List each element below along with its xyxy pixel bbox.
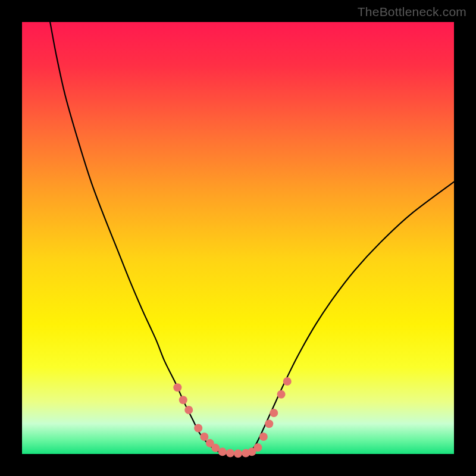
highlight-dot xyxy=(283,377,292,386)
watermark-text: TheBottleneck.com xyxy=(358,5,466,19)
highlight-dot xyxy=(200,433,208,441)
highlight-dot xyxy=(226,449,234,458)
highlight-dot xyxy=(184,406,193,414)
highlight-dot xyxy=(259,433,268,441)
highlight-dot xyxy=(173,383,181,392)
highlight-dot xyxy=(265,419,273,428)
highlight-dot xyxy=(253,443,262,452)
highlight-dot xyxy=(234,449,242,458)
highlight-dot xyxy=(218,447,227,456)
plot-area xyxy=(22,22,454,454)
highlight-dot xyxy=(179,396,187,404)
chart-frame: TheBottleneck.com xyxy=(0,0,476,476)
right-arm-curve xyxy=(249,182,454,453)
left-arm-curve xyxy=(50,22,218,452)
highlight-dot xyxy=(194,424,202,432)
curve-layer xyxy=(22,22,454,454)
highlight-dot xyxy=(270,409,278,417)
highlight-dot xyxy=(277,390,286,399)
